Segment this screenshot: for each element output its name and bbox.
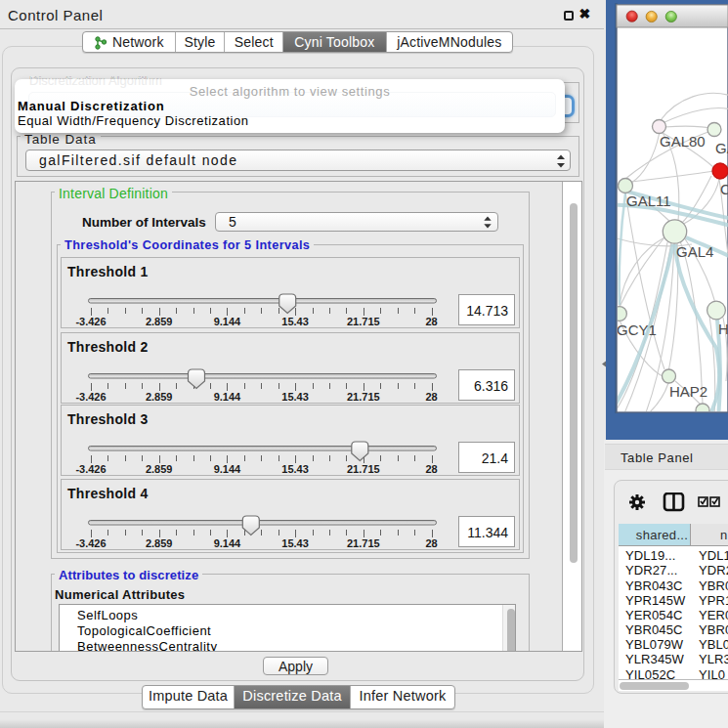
svg-text:28: 28 <box>425 537 437 549</box>
svg-text:HAP2: HAP2 <box>669 383 707 400</box>
svg-text:-3.426: -3.426 <box>75 463 106 475</box>
svg-text:GA: GA <box>715 140 728 156</box>
svg-text:9.144: 9.144 <box>214 537 241 549</box>
svg-text:15.43: 15.43 <box>281 463 309 475</box>
svg-text:15.43: 15.43 <box>281 316 309 327</box>
svg-text:2.859: 2.859 <box>146 537 173 549</box>
svg-text:28: 28 <box>425 391 437 403</box>
svg-text:21.715: 21.715 <box>347 537 380 549</box>
svg-text:9.144: 9.144 <box>214 391 241 403</box>
svg-text:C: C <box>720 181 728 197</box>
svg-text:21.715: 21.715 <box>347 316 380 327</box>
svg-text:2.859: 2.859 <box>146 391 173 403</box>
svg-text:-3.426: -3.426 <box>75 391 106 403</box>
svg-text:21.715: 21.715 <box>347 463 380 475</box>
svg-text:GCY1: GCY1 <box>617 321 657 338</box>
svg-text:-3.426: -3.426 <box>75 316 106 327</box>
svg-text:9.144: 9.144 <box>214 463 241 475</box>
svg-text:2.859: 2.859 <box>146 463 173 475</box>
svg-text:21.715: 21.715 <box>347 391 380 403</box>
svg-text:28: 28 <box>425 316 437 327</box>
svg-text:9.144: 9.144 <box>214 316 241 327</box>
svg-text:15.43: 15.43 <box>281 537 309 549</box>
svg-text:GAL80: GAL80 <box>660 133 706 150</box>
svg-text:GAL11: GAL11 <box>626 193 671 209</box>
svg-text:15.43: 15.43 <box>281 391 309 403</box>
svg-text:-3.426: -3.426 <box>75 537 106 549</box>
svg-text:GAL4: GAL4 <box>676 243 713 260</box>
svg-text:H: H <box>718 321 728 337</box>
svg-text:2.859: 2.859 <box>146 316 173 327</box>
svg-text:28: 28 <box>425 463 437 475</box>
